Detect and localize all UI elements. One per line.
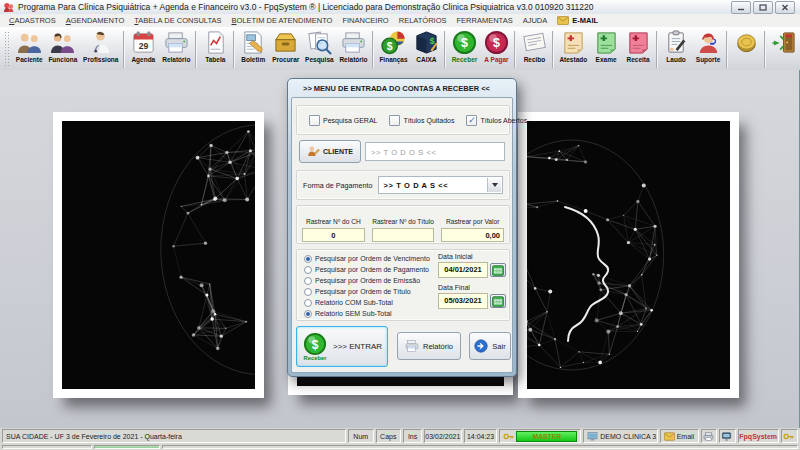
toolbar-recibo-label: Recibo [524,56,546,63]
rastrear-numero-ch-column: Rastrear Nº do CH0 [302,210,365,243]
printer-icon [164,29,189,55]
checkbox-pesquisa-geral[interactable]: Pesquisa GERAL [309,115,377,126]
toolbar-relatorio-agenda[interactable]: Relatório [159,28,193,71]
data-final-label: Data Final [438,284,508,291]
toolbar-tabela[interactable]: Tabela [199,28,231,71]
minimize-button[interactable] [731,1,751,14]
plexus-face-image-right [527,121,730,389]
status-email[interactable]: Email [660,429,699,443]
toolbar-funcionario-label: Funciona [48,56,77,63]
exit-door-icon [772,29,797,55]
menu-tabela-de-consultas[interactable]: TABELA DE CONSULTAS [129,16,226,25]
coin-red-icon: $ [484,29,509,55]
doctor-icon [88,29,113,55]
toolbar-profissional[interactable]: Profissiona [80,28,121,71]
menu-relatorios[interactable]: RELATÓRIOS [394,16,452,25]
maximize-button[interactable] [753,1,773,14]
toolbar-atestado[interactable]: Atestado [556,28,590,71]
status-bar: SUA CIDADE - UF 3 de Fevereiro de 2021 -… [0,428,800,444]
entrar-button[interactable]: $ Receber >>> ENTRAR [296,326,388,367]
payment-label: Forma de Pagamento [303,181,373,190]
calendar-button-final[interactable] [490,294,506,308]
toolbar-separator [656,31,658,68]
menu-ferramentas[interactable]: FERRAMENTAS [452,16,518,25]
data-inicial-input[interactable]: 04/01/2021 [438,262,488,278]
patients-icon [17,29,42,55]
printer-tray-icon [703,432,714,441]
toolbar-receita[interactable]: Receita [622,28,654,71]
data-final-input[interactable]: 05/03/2021 [438,293,488,309]
menu-agendamento[interactable]: AGENDAMENTO [61,16,130,25]
note-red-icon [626,29,651,55]
toolbar-recibo[interactable]: Recibo [518,28,550,71]
toolbar-receber[interactable]: $Receber [448,28,480,71]
toolbar-agenda[interactable]: 29Agenda [127,28,159,71]
status-stub-panel [162,445,798,449]
svg-text:$: $ [387,40,393,52]
svg-text:$: $ [493,36,500,50]
chevron-down-icon [487,178,501,192]
toolbar-suporte-label: Suporte [696,56,721,63]
radio-icon [304,277,312,285]
toolbar-sair-app[interactable] [768,28,800,71]
toolbar-caixa[interactable]: $CAIXA [410,28,442,71]
coin-green-icon: $ [452,29,477,55]
toolbar-funcionario[interactable]: Funciona [46,28,81,71]
toolbar-pesquisa[interactable]: Pesquisa [302,28,336,71]
status-num-label: Num [353,433,368,440]
status-network[interactable] [719,429,735,443]
payment-select[interactable]: >> T O D A S << [378,176,503,194]
cliente-filter-input[interactable]: >> T O D O S << [365,142,505,161]
menu-email-label: E-MAIL [572,16,598,25]
clipboard-pencil-icon [664,29,689,55]
rastrear-numero-ch-input[interactable]: 0 [302,228,365,242]
menu-financeiro[interactable]: FINANCEIRO [337,16,393,25]
radio-icon [304,266,312,274]
plexus-image-left [62,121,255,389]
menu-ajuda[interactable]: AJUDA [518,16,553,25]
relatorio-button[interactable]: Relatório [397,332,461,360]
menu-boletim-de-atendimento[interactable]: BOLETIM DE ATENDIMENTO [226,16,337,25]
toolbar-moeda[interactable] [730,28,762,71]
toolbar-separator [233,31,235,68]
menu-bar: CADASTROSAGENDAMENTOTABELA DE CONSULTASB… [0,14,800,28]
toolbar-financas-label: Finanças [379,56,407,63]
checkbox-icon [309,115,320,126]
status-master: MASTER [499,429,581,443]
toolbar-relatorio-boletim[interactable]: Relatório [337,28,371,71]
close-button[interactable] [775,1,795,14]
toolbar-agenda-label: Agenda [131,56,155,63]
calendar-icon [492,265,504,276]
toolbar-procurar[interactable]: Procurar [269,28,302,71]
toolbar-exame[interactable]: Exame [590,28,622,71]
status-print[interactable] [701,429,717,443]
status-caps-label: Caps [380,433,396,440]
menu-cadastros[interactable]: CADASTROS [4,16,61,25]
toolbar-laudo-label: Laudo [666,56,686,63]
key-icon [503,432,514,441]
toolbar-paciente[interactable]: Paciente [13,28,46,71]
tracker-group: Rastrear Nº do CH0Rastrear Nº do TítuloR… [296,205,510,244]
checkbox-titulos-abertos[interactable]: ✓Títulos Abertos [466,115,527,126]
toolbar-laudo[interactable]: Laudo [660,28,692,71]
toolbar-tabela-label: Tabela [205,56,225,63]
toolbar-grip [4,31,11,68]
sair-button[interactable]: Sair [469,332,511,360]
toolbar-boletim[interactable]: Boletim [237,28,269,71]
computer-icon [587,432,598,441]
toolbar-suporte[interactable]: Suporte [692,28,724,71]
cliente-button[interactable]: CLIENTE [299,140,361,163]
menu-email[interactable]: E-MAIL [552,16,603,25]
toolbar-a-pagar[interactable]: $A Pagar [480,28,512,71]
toolbar-financas[interactable]: $Finanças [376,28,410,71]
rastrear-por-valor-input[interactable]: 0,00 [441,228,504,242]
status-location: SUA CIDADE - UF 3 de Fevereiro de 2021 -… [2,429,346,443]
radio-relatorio-com-subtotal-label: Relatório COM Sub-Total [315,299,393,306]
calendar-button-initial[interactable] [490,263,506,277]
checkbox-titulos-quitados[interactable]: Títulos Quitados [389,115,454,126]
dialog-title: >> MENU DE ENTRADA DO CONTAS A RECEBER <… [291,81,513,97]
dialog-body: Pesquisa GERALTítulos Quitados✓Títulos A… [291,97,513,373]
rastrear-numero-titulo-input[interactable] [372,228,435,242]
entrar-label: >>> ENTRAR [333,342,382,351]
toolbar-receita-label: Receita [627,56,650,63]
